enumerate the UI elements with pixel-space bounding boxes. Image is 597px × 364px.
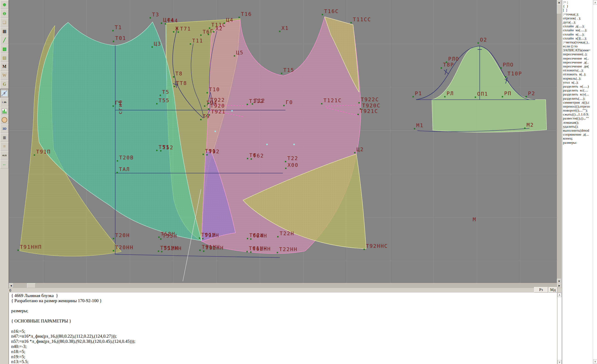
ruler-icon[interactable]: 8 (0, 89, 9, 97)
command-item[interactable]: дуга(...); (562, 20, 593, 24)
scroll-up-arrow[interactable]: ▲ (557, 0, 561, 4)
compass-icon[interactable]: W (0, 71, 9, 80)
command-item[interactable]: ломаная(); (562, 120, 593, 124)
alg-icon[interactable]: ALG (0, 151, 9, 160)
m-mode-icon[interactable]: M (0, 62, 9, 71)
zoom-out-icon[interactable]: ⊖ (0, 9, 9, 18)
editor-scroll-down[interactable]: ∨ (558, 360, 562, 364)
reference-dot (215, 131, 216, 132)
scroll-left-arrow[interactable]: ◄ (9, 283, 13, 288)
command-item[interactable]: размеры: (562, 141, 593, 144)
pattern-point (285, 168, 286, 169)
pattern-card-icon[interactable]: ▤ (0, 53, 9, 62)
md-button[interactable]: Мд (549, 287, 557, 293)
text-list-icon[interactable]: ≣ (0, 133, 9, 142)
code-line: размеры; (11, 308, 557, 313)
segment-tool-icon[interactable]: ╱ (0, 36, 9, 44)
command-item[interactable]: пересечение дн( (562, 64, 593, 68)
pattern-point (502, 96, 503, 97)
g-mode-icon[interactable]: G (0, 80, 9, 89)
pattern-point (246, 251, 248, 252)
point-label: Т921 (211, 109, 226, 115)
command-item[interactable]: развести((),().,."" (562, 116, 593, 120)
command-item[interactable]: сплайн к(....); (562, 32, 593, 36)
pattern-point (475, 97, 476, 98)
pattern-point (501, 67, 502, 69)
cmd-scroll-down[interactable]: ∨ (593, 359, 597, 364)
point-label: Т121С (323, 97, 342, 103)
status-bar: 0 Рз Мд (0, 288, 557, 293)
text-list-icon: ≣ (3, 135, 6, 140)
pattern-point (526, 96, 527, 97)
pattern-canvas[interactable]: Т3Ц44Т44ЖТ71Т1Т01Ц3Т11Т6ГТ11СХ2Ц4Т16Ц5Х1… (9, 0, 557, 283)
command-item[interactable]: сжать(()..,1.1.0.9. (562, 112, 593, 116)
code-line: { 4669 Льняная блузка } (11, 293, 557, 298)
vscroll-thumb[interactable] (557, 4, 561, 14)
command-item[interactable]: [ ] (562, 8, 593, 12)
command-item[interactable]: перенос((),отрезо (562, 104, 593, 108)
command-item[interactable]: сопряжение д(... (562, 132, 593, 136)
table-chart-icon[interactable] (0, 107, 9, 115)
command-item[interactable]: сплайн д(....); (562, 24, 593, 28)
command-item[interactable]: угол к(..); (562, 80, 593, 84)
scroll-right-arrow[interactable]: ► (557, 283, 562, 288)
rz-button[interactable]: Рз (534, 287, 548, 293)
command-item[interactable]: выполнить(dmod (562, 128, 593, 132)
command-item[interactable]: разделить(....); (562, 96, 593, 100)
ruler-icon: 8 (1, 91, 8, 96)
library-icon[interactable]: ≡ (0, 142, 9, 151)
command-item[interactable]: := ; (562, 0, 593, 4)
point-label: Т922 (210, 97, 225, 103)
command-item[interactable]: пересечение д(.. (562, 60, 593, 64)
command-item[interactable]: сплайн кк(.....); (562, 28, 593, 32)
command-item[interactable]: нормаль(..); (562, 76, 593, 80)
command-panel-scrollbar[interactable]: ∧ ∨ (593, 0, 597, 364)
point-label: Т52 (163, 145, 173, 150)
command-item[interactable]: :=метка(точка(.).. (562, 40, 593, 44)
command-item[interactable]: симметрия л((),с (562, 100, 593, 104)
pattern-preview-icon[interactable]: ❏ (0, 18, 9, 27)
pattern-point (174, 86, 175, 87)
point-label: Т20НН (115, 245, 134, 250)
editor-scroll-up[interactable]: ∧ (558, 293, 562, 297)
grid-icon[interactable]: ▦ (0, 27, 9, 35)
code-editor[interactable]: { 4669 Льняная блузка }{ Разработано на … (9, 293, 557, 364)
canvas-vscrollbar[interactable]: ▲ ▼ (557, 0, 561, 283)
3d-icon[interactable]: 3D (0, 124, 9, 133)
exit-icon[interactable]: ← (0, 160, 9, 168)
pattern-point (202, 238, 203, 239)
command-item[interactable]: отрезок( . ); (562, 16, 593, 20)
zoom-in-icon[interactable]: ⊕ (0, 0, 9, 9)
command-item[interactable]: пересечение(..); (562, 52, 593, 56)
command-item[interactable]: разделить кс(.... (562, 88, 593, 92)
command-item[interactable]: конец; (562, 136, 593, 140)
command-item[interactable]: отложить в(..); (562, 72, 593, 76)
pattern-point (444, 96, 445, 97)
command-item[interactable]: пересечение н(.. (562, 56, 593, 60)
command-item[interactable]: удалить(); (562, 124, 593, 128)
code-line: { Разработано на размер женщины 170-92-1… (11, 298, 557, 303)
image-icon[interactable]: ▧ (0, 45, 9, 53)
canvas-hscrollbar[interactable]: ◄ ► (9, 283, 561, 288)
cmd-scroll-up[interactable]: ∧ (593, 0, 597, 5)
pattern-point (206, 154, 208, 155)
command-item[interactable]: :=точка(.); (562, 12, 593, 16)
command-item[interactable]: отложить(...); (562, 68, 593, 72)
hscroll-thumb[interactable] (27, 283, 35, 288)
command-item[interactable]: { } (562, 4, 593, 8)
command-item[interactable]: разделить н(.....) (562, 84, 593, 88)
command-item[interactable]: поворот((),...""); (562, 108, 593, 112)
point-label: Т92НН (205, 245, 224, 251)
editor-vscrollbar[interactable]: ∧ ∨ (557, 293, 562, 364)
command-item[interactable]: если () то (562, 44, 593, 48)
point-label: РПО (503, 62, 514, 68)
command-item[interactable]: сплайн к[](....); (562, 36, 593, 40)
point-label: Т920С (362, 103, 381, 109)
command-item[interactable]: разделить ксу(... (562, 92, 593, 96)
model-photo-icon[interactable] (0, 116, 9, 124)
i66-label[interactable]: i_66. (0, 98, 9, 106)
scroll-down-arrow[interactable]: ▼ (557, 279, 561, 283)
image-icon: ▧ (2, 47, 6, 52)
command-item[interactable]: ЗАПИСАТЬ(имя= (562, 48, 593, 52)
point-label: Х00 (288, 162, 298, 168)
